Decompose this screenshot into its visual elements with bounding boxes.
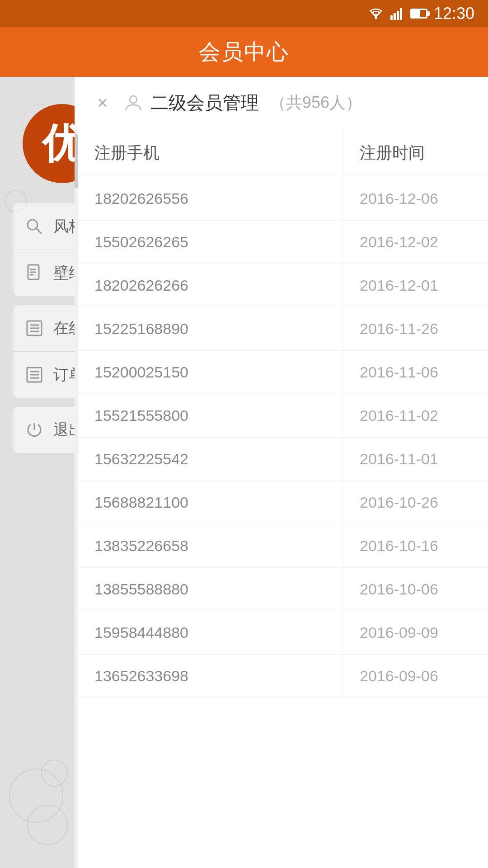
svg-rect-1 (390, 15, 393, 20)
svg-rect-3 (397, 11, 399, 20)
cell-phone: 15502626265 (78, 221, 343, 264)
cell-phone: 15225168890 (78, 307, 343, 350)
close-button[interactable]: × (91, 91, 114, 115)
cell-phone: 13855588880 (78, 568, 343, 611)
scroll-thumb (75, 134, 78, 188)
cell-date: 2016-12-06 (343, 177, 488, 220)
table-row[interactable]: 182026265562016-12-06 (78, 177, 488, 221)
cell-phone: 13835226658 (78, 524, 343, 567)
modal-title: 二级会员管理 (150, 90, 259, 115)
svg-point-0 (375, 17, 377, 19)
cell-date: 2016-09-06 (343, 655, 488, 698)
file-icon (24, 263, 44, 283)
cell-phone: 18202626266 (78, 264, 343, 307)
cell-phone: 15632225542 (78, 438, 343, 481)
cell-date: 2016-12-02 (343, 221, 488, 264)
status-bar: 12:30 (0, 0, 488, 27)
table-row[interactable]: 156888211002016-10-26 (78, 481, 488, 524)
svg-rect-2 (394, 13, 396, 20)
svg-line-6 (36, 228, 42, 234)
search-icon (24, 217, 44, 236)
table-row[interactable]: 155215558002016-11-02 (78, 394, 488, 438)
member-table: 注册手机 注册时间 182026265562016-12-06155026262… (78, 129, 488, 868)
deco-circle-3 (41, 760, 68, 787)
person-icon (123, 93, 143, 113)
table-row[interactable]: 155026262652016-12-02 (78, 221, 488, 264)
table-header: 注册手机 注册时间 (78, 129, 488, 177)
battery-icon (410, 9, 427, 19)
modal-panel: × 二级会员管理 （共956人） 注册手机 注册时间 1820262655620… (75, 77, 488, 868)
svg-point-19 (130, 96, 137, 103)
modal-title-area: 二级会员管理 （共956人） (123, 90, 362, 115)
cell-date: 2016-11-01 (343, 438, 488, 481)
status-time: 12:30 (434, 4, 474, 23)
list-icon-1 (24, 318, 44, 338)
cell-phone: 15200025150 (78, 351, 343, 394)
table-row[interactable]: 152000251502016-11-06 (78, 351, 488, 394)
cell-date: 2016-11-26 (343, 307, 488, 350)
table-row[interactable]: 138352266582016-10-16 (78, 524, 488, 568)
scroll-track[interactable] (75, 129, 78, 868)
signal-icon (390, 7, 404, 20)
table-row[interactable]: 159584448802016-09-09 (78, 611, 488, 655)
cell-phone: 13652633698 (78, 655, 343, 698)
power-icon (24, 420, 44, 440)
status-icons: 12:30 (368, 4, 474, 23)
cell-date: 2016-10-06 (343, 568, 488, 611)
cell-phone: 15521555800 (78, 394, 343, 437)
app-bar: 会员中心 (0, 27, 488, 77)
cell-phone: 15688821100 (78, 481, 343, 524)
table-rows-container: 182026265562016-12-06155026262652016-12-… (78, 177, 488, 698)
table-row[interactable]: 138555888802016-10-06 (78, 568, 488, 611)
cell-date: 2016-10-16 (343, 524, 488, 567)
svg-point-5 (28, 220, 38, 230)
table-row[interactable]: 182026262662016-12-01 (78, 264, 488, 307)
modal-subtitle: （共956人） (270, 92, 362, 114)
modal-header: × 二级会员管理 （共956人） (75, 77, 488, 129)
column-header-phone: 注册手机 (78, 129, 343, 177)
table-row[interactable]: 152251688902016-11-26 (78, 307, 488, 351)
column-header-date: 注册时间 (343, 129, 488, 177)
cell-date: 2016-12-01 (343, 264, 488, 307)
deco-circle-4 (27, 805, 68, 845)
table-row[interactable]: 136526336982016-09-06 (78, 655, 488, 698)
cell-date: 2016-11-02 (343, 394, 488, 437)
app-bar-title: 会员中心 (199, 38, 289, 66)
cell-phone: 18202626556 (78, 177, 343, 220)
cell-date: 2016-11-06 (343, 351, 488, 394)
table-row[interactable]: 156322255422016-11-01 (78, 438, 488, 481)
cell-phone: 15958444880 (78, 611, 343, 654)
cell-date: 2016-10-26 (343, 481, 488, 524)
modal-body: 注册手机 注册时间 182026265562016-12-06155026262… (75, 129, 488, 868)
list-icon-2 (24, 365, 44, 385)
wifi-icon (368, 7, 384, 20)
svg-rect-4 (400, 8, 402, 20)
cell-date: 2016-09-09 (343, 611, 488, 654)
